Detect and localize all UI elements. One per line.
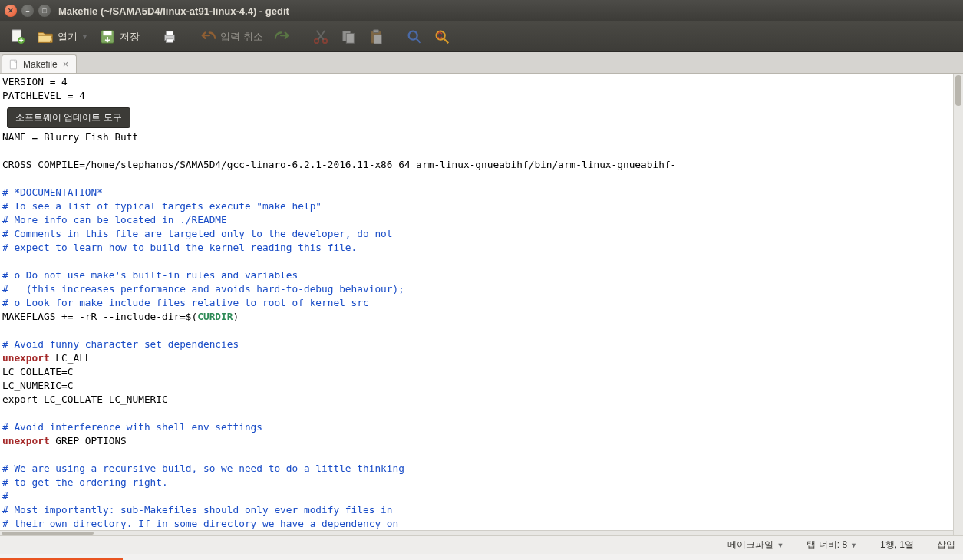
window-titlebar: ✕ – □ Makefile (~/SAMA5D4/linux-at91-lin… (0, 0, 963, 21)
svg-point-14 (408, 31, 417, 39)
copy-button[interactable] (335, 26, 361, 48)
code-comment: # Avoid funny character set dependencies (2, 338, 239, 350)
tabwidth-selector[interactable]: 탭 너비: 8 ▼ (806, 539, 857, 552)
undo-icon (200, 28, 216, 45)
insert-mode-indicator[interactable]: 삽입 (937, 539, 955, 552)
tab-filename: Makefile (23, 59, 58, 70)
paste-button[interactable] (363, 26, 389, 48)
open-file-button[interactable]: 열기 ▼ (32, 26, 93, 48)
insert-mode-label: 삽입 (937, 539, 955, 552)
svg-rect-10 (346, 33, 354, 43)
close-window-button[interactable]: ✕ (5, 5, 17, 17)
code-comment: # More info can be located in ./README (2, 214, 227, 226)
code-line: CROSS_COMPILE=/home/stephanos/SAMA5D4/gc… (2, 159, 676, 170)
document-tabbar: Makefile × (0, 52, 963, 74)
chevron-down-icon: ▼ (850, 542, 857, 549)
maximize-window-button[interactable]: □ (38, 5, 51, 17)
tab-close-button[interactable]: × (61, 58, 71, 70)
window-controls: ✕ – □ (5, 5, 51, 17)
vertical-scroll-thumb[interactable] (955, 75, 961, 106)
code-comment: # (2, 490, 8, 502)
code-line: NAME = Blurry Fish Butt (2, 131, 138, 143)
code-comment: # to get the ordering right. (2, 476, 168, 488)
svg-rect-13 (374, 35, 381, 44)
code-comment: # their own directory. If in some direct… (2, 518, 398, 529)
code-line: MAKEFLAGS += -rR --include-dir=$( (2, 311, 197, 322)
svg-rect-12 (373, 29, 378, 32)
chevron-down-icon: ▼ (777, 542, 783, 549)
print-button[interactable] (157, 26, 183, 48)
code-comment: # We are using a recursive build, so we … (2, 463, 404, 474)
file-icon (8, 59, 19, 70)
code-comment: # To see a list of typical targets execu… (2, 200, 322, 212)
statusbar: 메이크파일 ▼ 탭 너비: 8 ▼ 1행, 1열 삽입 (0, 535, 963, 554)
code-comment: # (this increases performance and avoids… (2, 283, 404, 295)
code-var: CURDIR (197, 311, 233, 322)
tooltip-text: 소프트웨어 업데이트 도구 (15, 112, 122, 123)
save-file-button[interactable]: 저장 (94, 26, 144, 48)
cut-button[interactable] (308, 26, 334, 48)
code-line: export LC_COLLATE LC_NUMERIC (2, 394, 168, 405)
filetype-selector[interactable]: 메이크파일 ▼ (727, 539, 783, 552)
tab-makefile[interactable]: Makefile × (2, 54, 77, 73)
cursor-position: 1행, 1열 (880, 539, 914, 552)
code-keyword: unexport (2, 352, 50, 364)
new-file-icon (9, 28, 26, 45)
code-comment: # Most importantly: sub-Makefiles should… (2, 504, 393, 516)
minimize-window-button[interactable]: – (21, 5, 34, 17)
search-icon (406, 28, 423, 45)
filetype-label: 메이크파일 (727, 539, 773, 552)
open-dropdown-arrow[interactable]: ▼ (81, 33, 88, 41)
code-comment: # o Look for make include files relative… (2, 297, 369, 308)
find-button[interactable] (401, 26, 427, 48)
find-replace-icon (434, 28, 450, 45)
redo-icon (274, 28, 291, 45)
code-comment: # o Do not use make's built-in rules and… (2, 269, 298, 281)
paste-icon (368, 28, 384, 45)
window-title: Makefile (~/SAMA5D4/linux-at91-linux-4.4… (58, 5, 289, 17)
copy-icon (340, 28, 357, 45)
svg-rect-5 (166, 31, 173, 35)
editor-area: VERSION = 4 PATCHLEVEL = 4 NAME = Blurry… (0, 74, 963, 535)
code-line: LC_NUMERIC=C (2, 380, 73, 391)
undo-button[interactable]: 입력 취소 (195, 26, 268, 48)
new-file-button[interactable] (5, 26, 31, 48)
vertical-scrollbar[interactable] (953, 74, 963, 535)
code-comment: # expect to learn how to build the kerne… (2, 242, 357, 253)
code-line: VERSION = 4 (2, 76, 68, 87)
svg-rect-6 (166, 38, 173, 42)
main-toolbar: 열기 ▼ 저장 입력 취소 (0, 21, 963, 52)
save-label: 저장 (120, 30, 140, 44)
svg-rect-3 (103, 31, 111, 35)
code-keyword: unexport (2, 435, 50, 446)
cut-icon (312, 28, 329, 45)
code-line: LC_COLLATE=C (2, 366, 73, 377)
find-replace-button[interactable] (429, 26, 455, 48)
svg-rect-16 (10, 60, 16, 69)
code-line: LC_ALL (50, 352, 91, 364)
open-label: 열기 (58, 30, 78, 44)
code-comment: # *DOCUMENTATION* (2, 186, 103, 198)
print-icon (161, 28, 178, 45)
code-line: GREP_OPTIONS (50, 435, 127, 446)
software-update-tooltip: 소프트웨어 업데이트 도구 (7, 107, 130, 128)
code-line: PATCHLEVEL = 4 (2, 90, 85, 101)
text-editor[interactable]: VERSION = 4 PATCHLEVEL = 4 NAME = Blurry… (0, 74, 963, 535)
horizontal-scroll-thumb[interactable] (2, 532, 94, 535)
redo-button[interactable] (269, 26, 295, 48)
undo-label: 입력 취소 (220, 30, 263, 44)
position-label: 1행, 1열 (880, 539, 914, 552)
horizontal-scrollbar[interactable] (0, 530, 953, 535)
tabwidth-label: 탭 너비: 8 (806, 539, 847, 552)
code-comment: # Comments in this file are targeted onl… (2, 228, 393, 239)
code-line: ) (233, 311, 239, 322)
open-folder-icon (37, 28, 54, 45)
save-icon (99, 28, 116, 45)
code-comment: # Avoid interference with shell env sett… (2, 421, 262, 433)
